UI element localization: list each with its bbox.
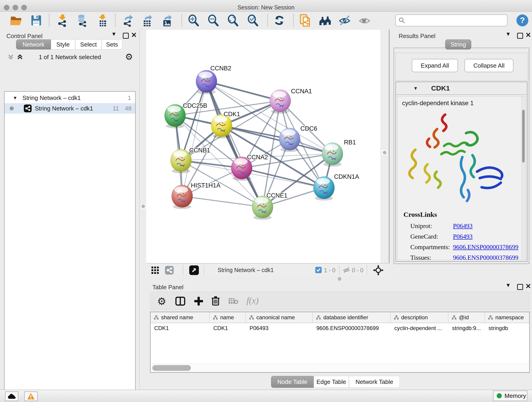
tab-string[interactable]: String	[445, 39, 471, 50]
collapse-all-networks-icon[interactable]	[7, 53, 15, 62]
table-header-row[interactable]: shared namenamecanonical namedatabase id…	[151, 312, 529, 323]
network-options-gear-icon[interactable]: ⚙	[125, 52, 133, 62]
network-node[interactable]	[279, 128, 300, 152]
control-panel-close-icon[interactable]: ✕	[131, 32, 137, 38]
network-node[interactable]	[270, 89, 291, 114]
uniprot-link[interactable]: P06493	[453, 221, 518, 231]
table-panel-float-icon[interactable]: ▾	[507, 283, 510, 287]
show-hidden-icon[interactable]	[357, 13, 372, 28]
column-header-shared-name[interactable]: shared name	[151, 312, 210, 323]
table-cell[interactable]: cyclin-dependent ...	[391, 323, 448, 333]
gene-collapse-icon[interactable]: ▼	[413, 86, 418, 91]
table-cell[interactable]: CDK1	[151, 323, 210, 333]
tab-edge-table[interactable]: Edge Table	[314, 376, 349, 388]
network-collection-row[interactable]: ▼ String Network – cdk1 1	[5, 93, 135, 103]
network-edge[interactable]	[206, 81, 280, 101]
tissues-link[interactable]: 9606.ENSP00000378699	[453, 252, 518, 260]
table-cell[interactable]: stringdb	[485, 323, 530, 333]
tab-style[interactable]: Style	[51, 39, 75, 50]
refresh-icon[interactable]	[272, 13, 287, 28]
network-canvas[interactable]: CCNB2CCNA1CDC25BCDK1CDC6RB1CCNB1CCNA2CDK…	[146, 30, 380, 263]
genecard-link[interactable]: P06493	[453, 231, 518, 242]
clone-network-icon[interactable]	[298, 13, 312, 28]
column-header--id[interactable]: @id	[448, 312, 485, 323]
help-icon[interactable]: ?	[515, 13, 530, 28]
table-cell[interactable]: 9606.ENSP00000378699	[313, 323, 391, 333]
import-network-icon[interactable]	[55, 13, 70, 28]
network-node[interactable]	[196, 70, 217, 94]
column-header-name[interactable]: name	[210, 312, 246, 323]
column-header-database-identifier[interactable]: database identifier	[313, 312, 391, 323]
cloud-button[interactable]	[5, 391, 18, 401]
network-node[interactable]	[252, 196, 273, 220]
table-hscrollbar-thumb[interactable]	[152, 365, 191, 371]
right-splitter[interactable]	[380, 30, 389, 263]
network-row-selected[interactable]: String Network – cdk1 11 48	[5, 103, 135, 114]
network-node[interactable]	[172, 185, 193, 209]
results-panel-maximize-icon[interactable]	[517, 33, 523, 39]
table-gear-icon[interactable]: ⚙	[157, 295, 166, 307]
right-splitter-handle[interactable]	[381, 149, 388, 156]
column-header-canonical-name[interactable]: canonical name	[246, 312, 313, 323]
zoom-in-icon[interactable]	[186, 13, 201, 28]
control-panel-float-icon[interactable]: ▾	[112, 32, 115, 36]
network-node[interactable]	[322, 143, 343, 167]
export-network-icon[interactable]	[120, 13, 135, 28]
expand-all-networks-icon[interactable]	[16, 53, 24, 62]
export-table-icon[interactable]	[140, 13, 155, 28]
add-column-icon[interactable]	[193, 296, 204, 307]
table-cell[interactable]: P06493	[246, 323, 313, 333]
import-network-from-database-icon[interactable]	[75, 13, 89, 28]
table-hscrollbar[interactable]	[151, 364, 529, 372]
network-node[interactable]	[211, 114, 232, 138]
table-panel-maximize-icon[interactable]	[517, 284, 523, 290]
gene-header[interactable]: ▼ CDK1	[396, 82, 527, 95]
memory-button[interactable]: Memory	[493, 390, 527, 401]
zoom-fit-icon[interactable]	[226, 13, 240, 28]
export-image-icon[interactable]	[160, 13, 174, 28]
network-node[interactable]	[313, 177, 335, 201]
open-session-icon[interactable]	[9, 13, 23, 28]
search-input[interactable]	[405, 17, 502, 24]
delete-column-icon[interactable]	[210, 295, 221, 307]
results-panel-close-icon[interactable]: ✕	[525, 32, 531, 38]
collection-expand-icon[interactable]: ▼	[13, 95, 17, 101]
tab-sets[interactable]: Sets	[102, 39, 122, 50]
results-scrollbar-thumb[interactable]	[522, 110, 525, 162]
network-edge[interactable]	[182, 196, 263, 207]
network-edge[interactable]	[182, 81, 206, 196]
selected-checkbox-icon[interactable]	[315, 267, 322, 274]
home-network-icon[interactable]	[318, 13, 332, 28]
fit-content-crosshair-icon[interactable]	[373, 265, 384, 276]
import-table-icon[interactable]	[95, 13, 110, 28]
search-field[interactable]	[395, 14, 507, 26]
horizontal-splitter[interactable]	[146, 276, 532, 282]
compartments-link[interactable]: 9606.ENSP00000378699	[453, 242, 518, 252]
show-columns-icon[interactable]	[175, 296, 186, 307]
grid-view-icon[interactable]	[151, 266, 159, 275]
warnings-button[interactable]	[24, 391, 38, 401]
hide-selected-icon[interactable]	[337, 13, 352, 28]
expand-all-button[interactable]: Expand All	[412, 59, 458, 72]
column-header-namespace[interactable]: namespace	[485, 312, 530, 323]
tab-network-table[interactable]: Network Table	[349, 376, 400, 388]
left-splitter[interactable]	[139, 30, 146, 390]
zoom-out-icon[interactable]	[206, 13, 221, 28]
tab-select[interactable]: Select	[75, 39, 102, 50]
control-panel-maximize-icon[interactable]	[123, 33, 129, 39]
table-cell[interactable]: CDK1	[210, 323, 246, 333]
table-row[interactable]: CDK1CDK1P064939606.ENSP00000378699cyclin…	[151, 323, 529, 333]
tab-node-table[interactable]: Node Table	[271, 376, 314, 388]
collapse-all-button[interactable]: Collapse All	[464, 59, 513, 72]
network-type-icon[interactable]	[165, 266, 174, 275]
horizontal-splitter-handle[interactable]	[338, 277, 341, 281]
birds-eye-view-icon[interactable]	[189, 265, 199, 276]
zoom-selected-icon[interactable]	[246, 13, 260, 28]
column-header-description[interactable]: description	[391, 312, 448, 323]
network-node[interactable]	[171, 149, 191, 173]
results-scrollbar[interactable]	[521, 96, 525, 260]
table-panel-close-icon[interactable]: ✕	[525, 283, 531, 289]
results-panel-float-icon[interactable]: ▾	[507, 32, 510, 36]
table-cell[interactable]: stringdb:9...	[448, 323, 485, 333]
left-splitter-handle[interactable]	[140, 203, 146, 209]
